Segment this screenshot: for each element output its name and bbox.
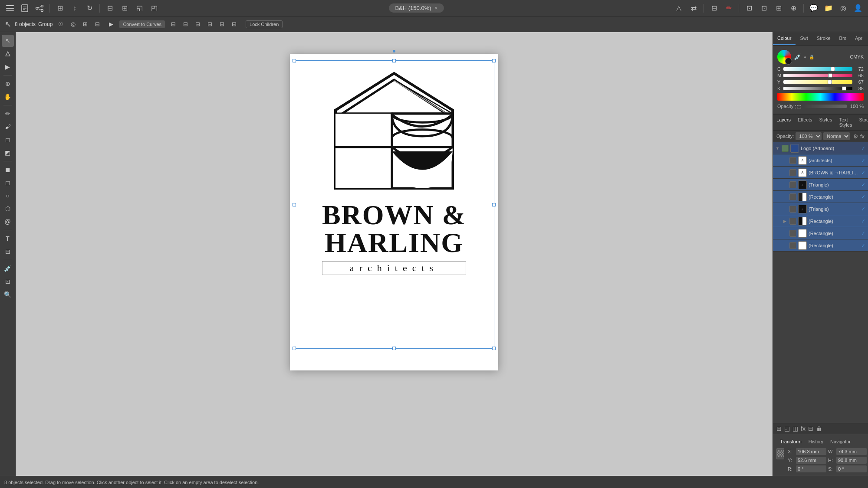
menu-icon[interactable] — [3, 2, 16, 14]
play-icon[interactable]: ▶ — [105, 19, 117, 29]
layer-item-rectangle2[interactable]: ▶ (Rectangle) ✓ — [773, 215, 868, 227]
pen-icon[interactable]: ✏ — [722, 2, 735, 14]
user-icon[interactable]: 👤 — [852, 2, 865, 14]
layers-fx-icon[interactable]: fx — [860, 133, 865, 140]
tab-layers[interactable]: Layers — [773, 115, 794, 130]
knife-tool[interactable]: ⊟ — [2, 246, 14, 258]
align-center-icon[interactable]: ⊟ — [180, 19, 191, 29]
text-tool[interactable]: T — [2, 233, 14, 245]
layer-visibility-toggle[interactable] — [789, 157, 796, 164]
align-right-icon[interactable]: ⊟ — [192, 19, 203, 29]
layers-list[interactable]: ▼ Logo (Artboard) ✓ A (architects) ✓ — [773, 142, 868, 423]
tab-apr[interactable]: Apr — [851, 32, 867, 45]
layer-check[interactable]: ✓ — [861, 157, 865, 164]
layer-item-triangle1[interactable]: ▲ (Triangle) ✓ — [773, 179, 868, 191]
k-thumb[interactable] — [842, 86, 846, 91]
paste-icon[interactable]: ⊡ — [757, 2, 770, 14]
layer-check[interactable]: ✓ — [861, 230, 865, 236]
document-title-pill[interactable]: B&H (150.0%) × — [389, 3, 444, 13]
layer-item-rectangle1[interactable]: (Rectangle) ✓ — [773, 191, 868, 203]
cut-icon[interactable]: ⊞ — [772, 2, 785, 14]
k-slider[interactable] — [783, 87, 852, 90]
lock-icon[interactable]: 🔒 — [809, 55, 814, 59]
canvas-area[interactable]: BROWN & HARLING architects — [16, 32, 773, 476]
shape-tool[interactable]: ◼ — [2, 164, 14, 176]
grid2-icon[interactable]: ⊟ — [707, 2, 720, 14]
target-icon[interactable]: ◎ — [837, 2, 850, 14]
layer-visibility-toggle[interactable] — [789, 181, 796, 188]
mask-icon[interactable]: ◱ — [784, 425, 790, 432]
grid-icon[interactable]: ⊞ — [53, 2, 66, 14]
layer-visibility-toggle[interactable] — [789, 193, 796, 200]
layer-visibility-toggle[interactable] — [789, 242, 796, 249]
eraser-tool[interactable]: ◻ — [2, 134, 14, 146]
layer-visibility-toggle[interactable] — [789, 230, 796, 237]
ungroup-icon[interactable]: ◰ — [148, 2, 161, 14]
c-slider[interactable] — [783, 67, 852, 71]
polygon-tool[interactable]: ⬡ — [2, 203, 14, 215]
pen-tool[interactable]: ✏ — [2, 108, 14, 120]
layer-check[interactable]: ✓ — [861, 145, 865, 151]
layer-check[interactable]: ✓ — [861, 194, 865, 200]
tab-stroke[interactable]: Stroke — [812, 32, 835, 45]
layers-blend-mode[interactable]: Normal Multiply Screen Overlay — [823, 132, 850, 140]
layer-check[interactable]: ✓ — [861, 218, 865, 224]
c-thumb[interactable] — [831, 67, 835, 71]
layer-item-rectangle3[interactable]: (Rectangle) ✓ — [773, 227, 868, 239]
align-middle-icon[interactable]: ⊟ — [216, 19, 227, 29]
layers-opacity-select[interactable]: 100 % 75 % 50 % — [796, 132, 822, 140]
y-slider[interactable] — [783, 80, 852, 84]
expand-icon[interactable]: ▼ — [776, 146, 780, 151]
y-input[interactable] — [796, 457, 826, 464]
add-layer-icon[interactable]: ⊞ — [776, 425, 782, 432]
select-tool[interactable]: ↖ — [2, 35, 14, 47]
layers-settings-icon[interactable]: ⚙ — [853, 133, 858, 140]
layer-visibility-toggle[interactable] — [789, 206, 796, 213]
color-tool-icon[interactable]: ⊕ — [787, 2, 800, 14]
h-input[interactable] — [836, 457, 867, 464]
tab-text-styles[interactable]: Text Styles — [835, 115, 855, 130]
r-input[interactable] — [796, 465, 826, 472]
layer-item-rectangle4[interactable]: (Rectangle) ✓ — [773, 239, 868, 252]
layer-item-triangle2[interactable]: ▲ (Triangle) ✓ — [773, 203, 868, 215]
group-icon[interactable]: ◱ — [133, 2, 146, 14]
copy-icon[interactable]: ⊡ — [743, 2, 756, 14]
layer-visibility-toggle[interactable] — [782, 145, 789, 152]
tab-history[interactable]: History — [805, 438, 827, 445]
gradient-tool[interactable]: ⊡ — [2, 275, 14, 288]
align-top-icon[interactable]: ⊟ — [204, 19, 215, 29]
arrange-icon[interactable]: ⊟ — [103, 2, 116, 14]
layer-item-architects[interactable]: A (architects) ✓ — [773, 154, 868, 167]
pan-tool[interactable]: ✋ — [2, 91, 14, 103]
delete-icon[interactable]: 🗑 — [816, 425, 822, 432]
speech-icon[interactable]: 💬 — [807, 2, 820, 14]
tab-transform[interactable]: Transform — [776, 438, 805, 445]
align-bottom-icon[interactable]: ⊟ — [228, 19, 240, 29]
x-input[interactable] — [796, 448, 826, 455]
eyedropper-left-tool[interactable]: 💉 — [2, 262, 14, 275]
convert-curves-button[interactable]: Convert to Curves — [119, 20, 165, 28]
m-slider[interactable] — [783, 74, 852, 77]
fx-icon[interactable]: fx — [801, 425, 806, 432]
layer-visibility-toggle[interactable] — [789, 218, 796, 225]
align-icon[interactable]: ⊞ — [118, 2, 131, 14]
magnify-tool[interactable]: 🔍 — [2, 288, 14, 301]
deselect-icon[interactable]: ◎ — [67, 19, 79, 29]
layer-check[interactable]: ✓ — [861, 182, 865, 188]
ellipse-tool[interactable]: ○ — [2, 190, 14, 202]
folder-icon[interactable]: 📁 — [822, 2, 835, 14]
mirror-icon[interactable]: ⇄ — [687, 2, 700, 14]
rect-tool[interactable]: ◻ — [2, 177, 14, 189]
align-left-icon[interactable]: ⊟ — [168, 19, 179, 29]
layer-check[interactable]: ✓ — [861, 170, 865, 176]
m-thumb[interactable] — [828, 73, 832, 78]
layer-visibility-toggle[interactable] — [789, 169, 796, 176]
opacity-slider[interactable] — [803, 105, 847, 108]
w-input[interactable] — [836, 448, 867, 455]
new-doc-icon[interactable] — [18, 2, 31, 14]
spiral-tool[interactable]: @ — [2, 216, 14, 228]
layer-item-brown-harling[interactable]: A (BROWN & →HARLING) ✓ — [773, 167, 868, 179]
color-mode-label[interactable]: CMYK — [850, 54, 864, 59]
y-thumb[interactable] — [828, 80, 832, 84]
tab-swt[interactable]: Swt — [796, 32, 812, 45]
